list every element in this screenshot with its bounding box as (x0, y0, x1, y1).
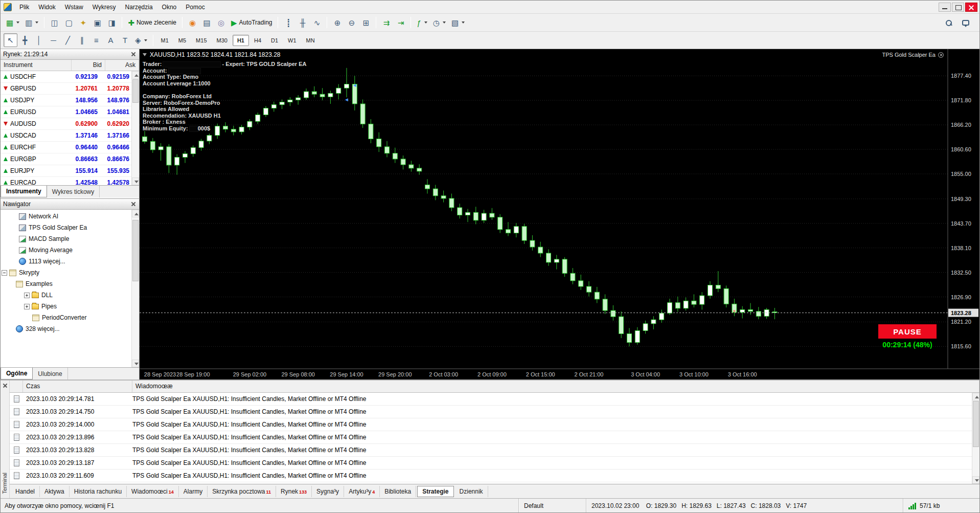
scrollbar-thumb[interactable] (973, 401, 979, 447)
chart-shift-button[interactable]: ⇥ (394, 16, 407, 30)
market-watch-row[interactable]: EURJPY155.914155.935 (1, 165, 139, 177)
indicators-button[interactable]: ƒ (414, 16, 429, 30)
terminal-tab-historia-rachunku[interactable]: Historia rachunku (70, 486, 127, 497)
scroll-up-icon[interactable] (972, 393, 979, 400)
terminal-log-row[interactable]: 2023.10.03 20:29:14.000TPS Gold Scalper … (10, 418, 979, 431)
horizontal-line-button[interactable]: ─ (47, 33, 60, 47)
timeframe-m1[interactable]: M1 (156, 35, 173, 46)
terminal-tab-aktywa[interactable]: Aktywa (40, 486, 70, 497)
expand-icon[interactable] (24, 293, 30, 298)
menu-pomoc[interactable]: Pomoc (181, 2, 209, 13)
tab-og-lne[interactable]: Ogólne (1, 368, 33, 380)
chart-bars-button[interactable]: ┋ (281, 16, 295, 30)
tile-windows-button[interactable]: ⊞ (359, 16, 373, 30)
cursor-button[interactable]: ↖ (4, 33, 17, 47)
terminal-tab-wiadomo-ci[interactable]: Wiadomoœci14 (127, 486, 179, 497)
timeframe-h1[interactable]: H1 (233, 35, 249, 46)
market-watch-row[interactable]: EURCHF0.964400.96466 (1, 142, 139, 153)
timeframe-m30[interactable]: M30 (212, 35, 232, 46)
market-watch-scrollbar[interactable] (131, 71, 139, 185)
crosshair-button[interactable]: ╋ (18, 33, 32, 47)
terminal-tab-sygna-y[interactable]: Sygna³y (312, 486, 344, 497)
new-chart-button[interactable]: ▦ (4, 16, 22, 30)
chart-line-button[interactable]: ∿ (310, 16, 324, 30)
fibonacci-button[interactable]: ≡ (89, 33, 103, 47)
expand-icon[interactable] (24, 304, 30, 309)
menu-plik[interactable]: Plik (15, 2, 34, 13)
text-label-button[interactable]: T (118, 33, 132, 47)
trendline-button[interactable]: ╱ (61, 33, 75, 47)
navigator-scrollbar[interactable] (131, 210, 139, 367)
terminal-tab-skrzynka-pocztowa[interactable]: Skrzynka pocztowa11 (208, 486, 276, 497)
market-watch-row[interactable]: AUDUSD0.629000.62920 (1, 118, 139, 130)
navigator-item-pipes[interactable]: Pipes (1, 301, 139, 312)
zoom-out-button[interactable]: ⊖ (345, 16, 358, 30)
menu-widok[interactable]: Widok (34, 2, 60, 13)
data-window-button[interactable]: ▢ (62, 16, 76, 30)
auto-scroll-button[interactable]: ⇉ (379, 16, 393, 30)
navigator-item-328-wi-cej-[interactable]: 328 więcej... (1, 323, 139, 334)
terminal-log-row[interactable]: 2023.10.03 20:29:13.896TPS Gold Scalper … (10, 431, 979, 444)
pause-button[interactable]: PAUSE (878, 324, 937, 339)
tab-ulubione[interactable]: Ulubione (33, 368, 67, 380)
tab-instrumenty[interactable]: Instrumenty (1, 186, 47, 197)
market-watch-row[interactable]: USDJPY148.956148.976 (1, 95, 139, 106)
terminal-tab-biblioteka[interactable]: Biblioteka (380, 486, 416, 497)
equidistant-channel-button[interactable]: ∥ (75, 33, 89, 47)
navigator-item-periodconverter[interactable]: PeriodConverter (1, 312, 139, 323)
navigator-item-examples[interactable]: Examples (1, 278, 139, 289)
timeframe-w1[interactable]: W1 (283, 35, 301, 46)
vertical-line-button[interactable]: │ (32, 33, 46, 47)
market-watch-toggle-button[interactable]: ◫ (48, 16, 61, 30)
terminal-tab-dziennik[interactable]: Dziennik (455, 486, 488, 497)
terminal-tab-artyku-y[interactable]: Artyku³y4 (344, 486, 380, 497)
scroll-up-icon[interactable] (132, 71, 139, 79)
print-button[interactable]: ▤ (200, 16, 214, 30)
scroll-up-icon[interactable] (132, 210, 139, 217)
navigator-item-1113-wi-cej-[interactable]: 1113 więcej... (1, 256, 139, 267)
timeframe-mn[interactable]: MN (302, 35, 320, 46)
periods-button[interactable]: ◷ (430, 16, 448, 30)
chart-candles-button[interactable]: ╫ (295, 16, 309, 30)
menu-narzdzia[interactable]: Narzędzia (121, 2, 157, 13)
navigator-item-macd-sample[interactable]: MACD Sample (1, 233, 139, 244)
terminal-tab-alarmy[interactable]: Alarmy (179, 486, 208, 497)
text-button[interactable]: A (104, 33, 118, 47)
zoom-in-button[interactable]: ⊕ (330, 16, 344, 30)
column-instrument[interactable]: Instrument (1, 60, 72, 71)
timeframe-d1[interactable]: D1 (266, 35, 283, 46)
minimize-button[interactable] (939, 3, 951, 12)
scroll-down-icon[interactable] (972, 476, 979, 484)
scroll-down-icon[interactable] (132, 360, 139, 367)
profiles-button[interactable]: ▥ (22, 16, 41, 30)
market-watch-row[interactable]: EURGBP0.866630.86676 (1, 153, 139, 165)
column-ask[interactable]: Ask (105, 60, 139, 71)
column-message[interactable]: Wiadomoœæ (132, 381, 979, 392)
market-watch-row[interactable]: EURCAD1.425481.42578 (1, 177, 139, 185)
terminal-log-row[interactable]: 2023.10.03 20:29:11.609TPS Gold Scalper … (10, 470, 979, 482)
market-watch-row[interactable]: USDCAD1.371461.37166 (1, 130, 139, 142)
navigator-item-skrypty[interactable]: Skrypty (1, 267, 139, 278)
app-icon[interactable] (4, 3, 12, 11)
new-order-button[interactable]: ✚Nowe zlecenie (125, 16, 179, 30)
one-click-trading-icon[interactable] (143, 53, 147, 56)
publish-report-button[interactable]: ◎ (214, 16, 228, 30)
market-watch-row[interactable]: USDCHF0.921390.92159 (1, 71, 139, 83)
terminal-log-row[interactable]: 2023.10.03 20:29:14.781TPS Gold Scalper … (10, 393, 979, 406)
terminal-scrollbar[interactable] (972, 393, 979, 484)
navigator-item-tps-gold-scalper-ea[interactable]: TPS Gold Scalper Ea (1, 222, 139, 233)
metaeditor-button[interactable]: ◉ (186, 16, 199, 30)
scrollbar-thumb[interactable] (132, 220, 139, 281)
timeframe-m5[interactable]: M5 (174, 35, 191, 46)
terminal-log-row[interactable]: 2023.10.03 20:29:13.828TPS Gold Scalper … (10, 444, 979, 457)
strategy-tester-button[interactable]: ◨ (105, 16, 119, 30)
status-profile[interactable]: Default (518, 499, 586, 512)
terminal-log-row[interactable]: 2023.10.03 20:29:14.750TPS Gold Scalper … (10, 406, 979, 418)
navigator-item-network-ai[interactable]: Network AI (1, 211, 139, 222)
menu-okno[interactable]: Okno (157, 2, 181, 13)
column-bid[interactable]: Bid (72, 60, 105, 71)
close-icon[interactable] (2, 383, 8, 389)
market-watch-row[interactable]: GBPUSD1.207611.20778 (1, 83, 139, 95)
menu-wykresy[interactable]: Wykresy (88, 2, 121, 13)
close-button[interactable] (965, 3, 977, 12)
